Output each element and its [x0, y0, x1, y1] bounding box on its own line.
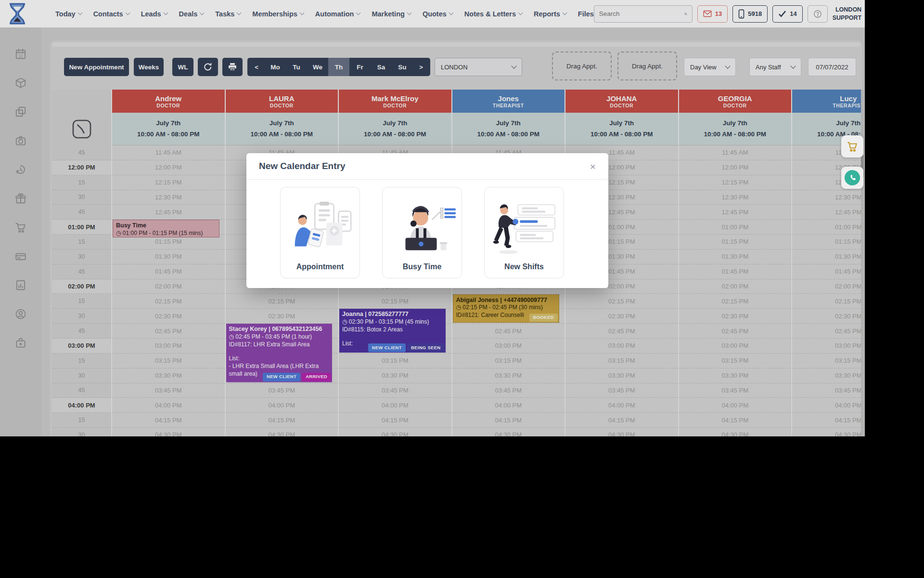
floating-cart-button[interactable] — [841, 135, 863, 158]
wl-button[interactable]: WL — [172, 58, 193, 76]
time-slot[interactable]: 03:45 PM — [112, 383, 225, 398]
time-slot[interactable]: 02:15 PM — [792, 294, 862, 309]
staff-filter-select[interactable]: Any Staff — [749, 58, 801, 76]
staff-header-andrew[interactable]: AndrewDOCTOR — [112, 90, 226, 113]
time-slot[interactable]: 03:45 PM — [792, 383, 862, 398]
time-slot[interactable]: 02:30 PM — [112, 309, 225, 324]
nav-item-leads[interactable]: Leads — [141, 10, 167, 18]
time-slot[interactable]: 02:00 PM — [112, 279, 225, 294]
option-card-appointment[interactable]: Appointment — [280, 187, 360, 278]
nav-item-today[interactable]: Today — [55, 10, 82, 18]
time-slot[interactable]: 04:00 PM — [339, 398, 451, 413]
time-slot[interactable]: 04:00 PM — [226, 398, 338, 413]
staff-header-mark-mcelroy[interactable]: Mark McElroyDOCTOR — [339, 90, 452, 113]
time-slot[interactable]: 03:30 PM — [792, 368, 862, 383]
event-abigail-joness[interactable]: Abigail Joness | +447490009777◷ 02:15 PM… — [453, 294, 560, 323]
time-slot[interactable]: 02:30 PM — [226, 309, 338, 324]
search-icon[interactable] — [684, 10, 687, 18]
staff-header-laura[interactable]: LAURADOCTOR — [226, 90, 339, 113]
time-slot[interactable]: 04:15 PM — [679, 413, 792, 428]
help-button[interactable] — [808, 5, 828, 23]
refresh-button[interactable] — [198, 58, 218, 76]
time-slot[interactable]: 12:00 PM — [679, 160, 792, 175]
floating-phone-button[interactable] — [841, 167, 863, 189]
time-slot[interactable]: 03:45 PM — [339, 383, 451, 398]
time-slot[interactable]: 03:30 PM — [452, 368, 565, 383]
time-slot[interactable]: 03:15 PM — [565, 354, 678, 368]
time-slot[interactable]: 12:45 PM — [679, 205, 792, 220]
time-slot[interactable]: 04:30 PM — [565, 428, 678, 436]
time-slot[interactable]: 02:30 PM — [792, 309, 862, 324]
nav-item-reports[interactable]: Reports — [534, 10, 566, 18]
time-slot[interactable]: 02:15 PM — [226, 294, 338, 309]
time-slot[interactable]: 01:30 PM — [679, 250, 792, 264]
nav-item-files[interactable]: Files — [578, 10, 594, 18]
time-slot[interactable]: 03:15 PM — [339, 354, 451, 368]
time-slot[interactable]: 02:00 PM — [679, 279, 792, 294]
nav-item-deals[interactable]: Deals — [179, 10, 204, 18]
option-card-busy-time[interactable]: Busy Time — [382, 187, 462, 278]
time-slot[interactable]: 02:30 PM — [679, 309, 792, 324]
nav-item-quotes[interactable]: Quotes — [423, 10, 453, 18]
day-button-su[interactable]: Su — [392, 58, 413, 76]
time-slot[interactable]: 04:15 PM — [565, 413, 678, 428]
day-button-mo[interactable]: Mo — [265, 58, 286, 76]
horizontal-scrollbar[interactable] — [52, 42, 860, 47]
time-slot[interactable]: 02:15 PM — [339, 294, 451, 309]
time-slot[interactable]: 02:00 PM — [792, 279, 862, 294]
time-slot[interactable]: 12:30 PM — [792, 190, 862, 205]
time-slot[interactable]: 12:45 PM — [112, 205, 225, 220]
nav-item-marketing[interactable]: Marketing — [372, 10, 411, 18]
nav-item-notes-letters[interactable]: Notes & Letters — [464, 10, 522, 18]
time-slot[interactable]: 03:45 PM — [452, 383, 565, 398]
date-picker[interactable]: 07/07/2022 — [808, 58, 856, 76]
nav-item-tasks[interactable]: Tasks — [215, 10, 241, 18]
time-slot[interactable]: 12:15 PM — [679, 175, 792, 190]
sidebar-item-calendar[interactable]: 12 — [14, 48, 27, 60]
staff-header-lucy[interactable]: LucyTHERAPIST — [792, 90, 862, 113]
time-slot[interactable]: 04:30 PM — [679, 428, 792, 436]
time-slot[interactable]: 02:15 PM — [679, 294, 792, 309]
time-slot[interactable]: 12:45 PM — [792, 205, 862, 220]
time-slot[interactable]: 04:30 PM — [112, 428, 225, 436]
time-slot[interactable]: 03:00 PM — [452, 339, 565, 354]
time-slot[interactable]: 04:00 PM — [565, 398, 678, 413]
time-slot[interactable]: 04:30 PM — [452, 428, 565, 436]
time-slot[interactable]: 04:30 PM — [339, 428, 451, 436]
option-card-new-shifts[interactable]: New Shifts — [484, 187, 564, 278]
view-select[interactable]: Day View — [684, 58, 736, 76]
time-slot[interactable]: 03:00 PM — [792, 339, 862, 354]
time-slot[interactable]: 03:45 PM — [565, 383, 678, 398]
time-slot[interactable]: 11:45 AM — [112, 145, 225, 160]
time-slot[interactable]: 12:30 PM — [112, 190, 225, 205]
event-busy-time[interactable]: Busy Time◷ 01:00 PM - 01:15 PM (15 mins) — [113, 220, 219, 237]
time-slot[interactable]: 01:15 PM — [679, 235, 792, 250]
day-button-sa[interactable]: Sa — [371, 58, 392, 76]
event-stacey-korey[interactable]: Stacey Korey | 067895432123456◷ 02:45 PM… — [226, 324, 333, 382]
time-slot[interactable]: 02:45 PM — [679, 324, 792, 339]
time-slot[interactable]: 01:00 PM — [679, 220, 792, 235]
time-slot[interactable]: 03:45 PM — [226, 383, 338, 398]
time-slot[interactable]: 02:45 PM — [452, 324, 565, 339]
staff-header-johana[interactable]: JOHANADOCTOR — [565, 90, 679, 113]
time-slot[interactable]: 04:00 PM — [112, 398, 225, 413]
sidebar-item-account[interactable] — [14, 308, 27, 320]
sidebar-item-report[interactable] — [14, 279, 27, 291]
time-slot[interactable]: 03:30 PM — [565, 368, 678, 383]
time-slot[interactable]: 04:00 PM — [452, 398, 565, 413]
print-button[interactable] — [222, 58, 243, 76]
close-icon[interactable]: × — [590, 161, 596, 171]
time-slot[interactable]: 04:00 PM — [792, 398, 862, 413]
drag-appointment-slot-1[interactable]: Drag Appt. — [552, 52, 612, 80]
day-button-fr[interactable]: Fr — [349, 58, 371, 76]
day-button-we[interactable]: We — [307, 58, 328, 76]
time-slot[interactable]: 03:00 PM — [679, 339, 792, 354]
staff-header-georgia[interactable]: GEORGIADOCTOR — [679, 90, 793, 113]
prev-day-button[interactable]: < — [248, 58, 265, 76]
time-slot[interactable]: 04:00 PM — [679, 398, 792, 413]
time-slot[interactable]: 03:45 PM — [679, 383, 792, 398]
time-slot[interactable]: 03:15 PM — [679, 354, 792, 368]
next-day-button[interactable]: > — [413, 58, 429, 76]
sidebar-item-cart[interactable] — [14, 221, 27, 234]
time-slot[interactable]: 03:30 PM — [339, 368, 451, 383]
